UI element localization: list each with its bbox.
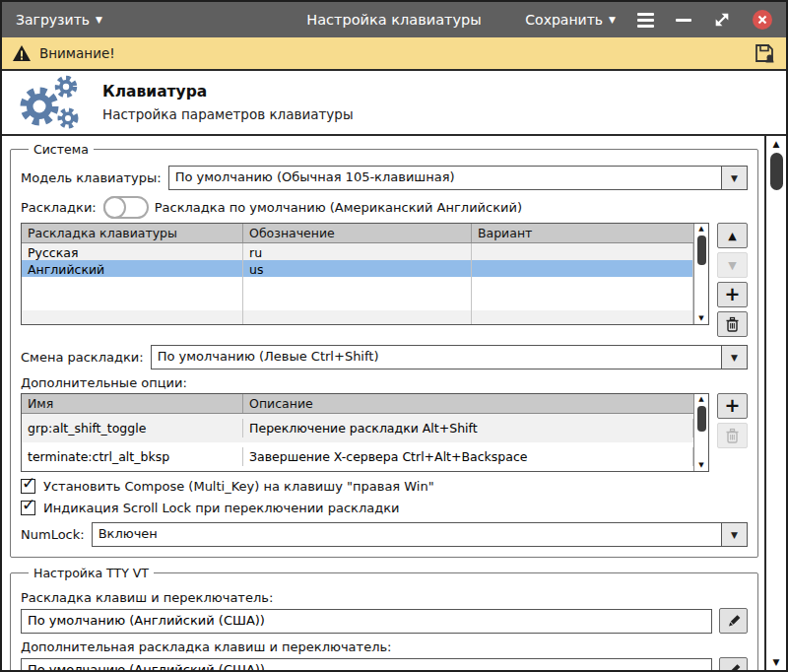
layout-switch-label: Смена раскладки:	[21, 350, 144, 365]
keyboard-model-label: Модель клавиатуры:	[21, 170, 162, 185]
window-title: Настройка клавиатуры	[306, 12, 481, 28]
system-group: Система Модель клавиатуры: По умолчанию …	[10, 142, 758, 558]
load-menu-button[interactable]: Загрузить ▼	[16, 12, 102, 28]
compose-checkbox[interactable]: ✓	[21, 479, 35, 494]
save-menu-button[interactable]: Сохранить ▼	[525, 12, 616, 28]
gears-icon	[14, 75, 85, 130]
scroll-up-icon[interactable]: ▲	[698, 395, 703, 404]
extra-options-label: Дополнительные опции:	[21, 375, 187, 390]
col-header-description[interactable]: Описание	[243, 394, 693, 413]
table-row[interactable]: grp:alt_shift_toggle Переключение раскла…	[22, 414, 693, 442]
keyboard-model-select[interactable]: По умолчанию (Обычная 105-клавишная) ▼	[168, 166, 748, 190]
col-header-variant[interactable]: Вариант	[472, 224, 693, 242]
default-layout-toggle[interactable]	[103, 196, 149, 219]
resize-icon[interactable]	[713, 11, 731, 29]
col-header-name[interactable]: Имя	[22, 394, 243, 413]
options-table: Имя Описание grp:alt_shift_toggle Перекл…	[21, 393, 709, 472]
layouts-table-header: Раскладка клавиатуры Обозначение Вариант	[22, 224, 693, 243]
numlock-value: Включен	[93, 523, 721, 546]
scrollbar-thumb[interactable]	[697, 235, 706, 265]
titlebar: Загрузить ▼ Настройка клавиатуры Сохрани…	[2, 2, 786, 37]
table-row[interactable]	[22, 310, 693, 324]
layouts-table-scrollbar[interactable]: ▲ ▼	[693, 224, 708, 324]
minimize-icon[interactable]	[676, 19, 691, 22]
scroll-down-icon[interactable]: ▼	[698, 461, 703, 470]
scrollbar-thumb[interactable]	[770, 153, 783, 190]
col-header-code[interactable]: Обозначение	[243, 224, 472, 242]
layouts-table: Раскладка клавиатуры Обозначение Вариант…	[21, 223, 709, 325]
layouts-toggle-caption: Раскладка по умолчанию (Американский Анг…	[155, 200, 522, 215]
edit-pencil-icon[interactable]	[719, 608, 748, 634]
chevron-down-icon: ▼	[96, 16, 102, 25]
load-menu-label: Загрузить	[16, 12, 90, 28]
delete-option-button[interactable]	[717, 423, 748, 448]
numlock-label: NumLock:	[21, 527, 85, 542]
layouts-label: Раскладки:	[21, 200, 97, 215]
scroll-up-icon[interactable]: ▲	[698, 225, 703, 234]
edit-pencil-icon[interactable]	[719, 657, 748, 670]
table-row[interactable]: Русская ru	[22, 243, 693, 260]
scrollbar-thumb[interactable]	[697, 406, 706, 432]
table-row[interactable]	[22, 277, 693, 294]
close-icon[interactable]	[753, 10, 772, 30]
warning-icon	[12, 44, 32, 62]
page-title: Клавиатура	[102, 83, 354, 101]
numlock-select[interactable]: Включен ▼	[92, 522, 748, 547]
options-table-header: Имя Описание	[22, 394, 693, 414]
table-row[interactable]: terminate:ctrl_alt_bksp Завершение X-сер…	[22, 442, 693, 471]
tty-alt-keymap-input[interactable]: По умолчанию (Английский (США))	[21, 658, 712, 671]
move-down-button[interactable]: ▼	[717, 252, 748, 278]
compose-checkbox-label: Установить Compose (Multi_Key) на клавиш…	[43, 479, 434, 494]
hamburger-menu-icon[interactable]	[637, 13, 654, 28]
save-menu-label: Сохранить	[525, 12, 603, 28]
add-option-button[interactable]: +	[717, 393, 748, 419]
move-up-button[interactable]: ▲	[717, 223, 748, 248]
warning-text: Внимание!	[39, 45, 115, 61]
keyboard-model-value: По умолчанию (Обычная 105-клавишная)	[169, 167, 721, 189]
dropdown-arrow-icon[interactable]: ▼	[721, 346, 747, 369]
system-group-legend: Система	[29, 142, 94, 157]
tty-keymap-label: Раскладка клавиш и переключатель:	[21, 590, 748, 605]
main-scrollbar[interactable]: ▲ ▼	[764, 136, 786, 670]
scroll-down-icon[interactable]: ▼	[698, 314, 703, 323]
table-row-selected[interactable]: Английский us	[22, 260, 693, 277]
layout-switch-value: По умолчанию (Левые Ctrl+Shift)	[152, 346, 721, 369]
add-layout-button[interactable]: +	[717, 282, 748, 307]
scroll-up-icon[interactable]: ▲	[773, 138, 780, 150]
warning-bar: Внимание!	[2, 37, 786, 71]
app-header: Клавиатура Настройка параметров клавиату…	[2, 71, 786, 134]
layout-switch-select[interactable]: По умолчанию (Левые Ctrl+Shift) ▼	[151, 345, 748, 370]
chevron-down-icon: ▼	[609, 16, 616, 25]
dropdown-arrow-icon[interactable]: ▼	[721, 167, 747, 189]
table-row[interactable]	[22, 294, 693, 310]
tty-keymap-input[interactable]: По умолчанию (Английский (США))	[21, 609, 712, 634]
scroll-down-icon[interactable]: ▼	[773, 656, 780, 668]
scrolllock-checkbox-label: Индикация Scroll Lock при переключении р…	[43, 501, 399, 515]
dropdown-arrow-icon[interactable]: ▼	[721, 523, 747, 546]
delete-layout-button[interactable]	[717, 311, 748, 337]
tty-group: Настройка TTY VT Раскладка клавиш и пере…	[10, 566, 758, 670]
options-table-scrollbar[interactable]: ▲ ▼	[693, 394, 708, 471]
page-subtitle: Настройка параметров клавиатуры	[102, 106, 354, 122]
scrolllock-checkbox[interactable]: ✓	[21, 501, 35, 515]
keyboard-settings-window: Загрузить ▼ Настройка клавиатуры Сохрани…	[0, 0, 788, 672]
tty-group-legend: Настройка TTY VT	[29, 566, 154, 580]
col-header-layout[interactable]: Раскладка клавиатуры	[22, 224, 243, 242]
tty-alt-keymap-label: Дополнительная раскладка клавиш и перекл…	[21, 639, 748, 654]
save-note-icon[interactable]	[753, 41, 776, 65]
